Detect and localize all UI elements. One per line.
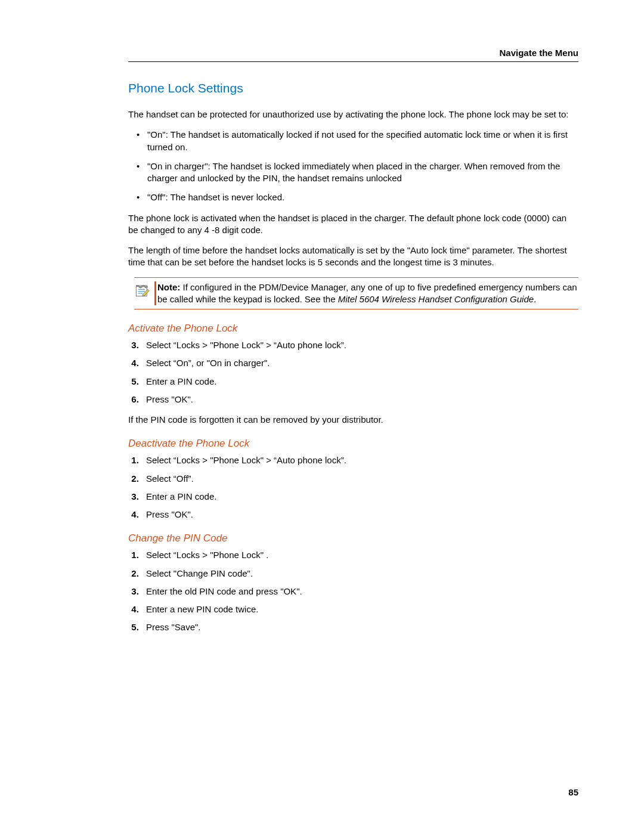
activate-after: If the PIN code is forgotten it can be r… [128, 414, 578, 426]
deactivate-steps: Select “Locks > "Phone Lock" > “Auto pho… [128, 454, 578, 521]
step-item: Select “Off”. [141, 473, 578, 485]
note-box: Note: If configured in the PDM/Device Ma… [134, 277, 578, 310]
step-item: Enter a PIN code. [141, 491, 578, 503]
body-paragraph: The phone lock is activated when the han… [128, 212, 578, 237]
subsection-deactivate: Deactivate the Phone Lock [128, 438, 578, 450]
list-item: "On in charger": The handset is locked i… [128, 160, 578, 185]
note-tail: . [534, 294, 536, 304]
step-item: Select “Locks > "Phone Lock" > “Auto pho… [141, 454, 578, 466]
step-item: Press "OK". [141, 394, 578, 405]
step-item: Enter a PIN code. [141, 376, 578, 388]
step-item: Press "OK". [141, 509, 578, 521]
section-title: Phone Lock Settings [128, 81, 578, 95]
subsection-activate: Activate the Phone Lock [128, 323, 578, 335]
modes-list: "On": The handset is automatically locke… [128, 129, 578, 203]
page: Navigate the Menu Phone Lock Settings Th… [0, 0, 644, 833]
page-header: Navigate the Menu [128, 48, 578, 62]
step-item: Select “Locks > "Phone Lock" > “Auto pho… [141, 339, 578, 351]
page-number: 85 [568, 787, 578, 797]
changepin-steps: Select “Locks > "Phone Lock" . Select "C… [128, 549, 578, 633]
subsection-changepin: Change the PIN Code [128, 532, 578, 544]
step-item: Select “On”, or "On in charger". [141, 357, 578, 369]
list-item: "Off": The handset is never locked. [128, 191, 578, 203]
body-paragraph: The length of time before the handset lo… [128, 244, 578, 269]
note-label: Note: [157, 282, 180, 292]
note-reference: Mitel 5604 Wireless Handset Configuratio… [338, 294, 534, 304]
step-item: Press "Save". [141, 621, 578, 633]
intro-paragraph: The handset can be protected for unautho… [128, 109, 578, 120]
step-item: Select “Locks > "Phone Lock" . [141, 549, 578, 561]
list-item: "On": The handset is automatically locke… [128, 129, 578, 153]
step-item: Enter the old PIN code and press "OK". [141, 586, 578, 597]
note-icon [134, 283, 152, 300]
step-item: Select "Change PIN code". [141, 568, 578, 580]
step-item: Enter a new PIN code twice. [141, 603, 578, 615]
note-text: Note: If configured in the PDM/Device Ma… [154, 281, 578, 306]
activate-steps: Select “Locks > "Phone Lock" > “Auto pho… [128, 339, 578, 405]
